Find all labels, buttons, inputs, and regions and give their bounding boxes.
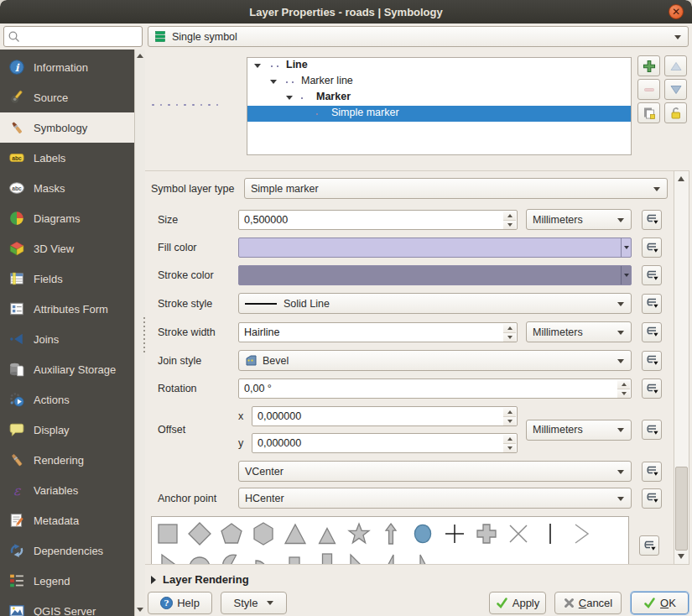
anchor-vertical-combo[interactable]: VCenter	[238, 461, 632, 482]
sidebar-item-joins[interactable]: Joins	[0, 324, 134, 354]
duplicate-symbol-layer-button[interactable]	[637, 102, 660, 123]
sidebar-item-qgis-server[interactable]: QGIS Server	[0, 596, 134, 616]
shape-triangle[interactable]	[279, 519, 311, 549]
stroke-width-input[interactable]: Hairline	[238, 322, 518, 342]
move-down-button[interactable]	[664, 79, 687, 100]
spin-down-icon[interactable]	[503, 417, 516, 425]
shape-equilateral-triangle[interactable]	[311, 519, 343, 549]
shape-third-circle[interactable]	[216, 549, 247, 565]
join-style-override-button[interactable]	[642, 351, 662, 371]
shape-semi-circle[interactable]	[184, 549, 216, 565]
shape-circle-selected[interactable]	[407, 519, 439, 549]
layer-rendering-section[interactable]: Layer Rendering	[151, 573, 249, 586]
shape-diamond[interactable]	[184, 519, 216, 549]
join-style-combo[interactable]: Bevel	[238, 350, 632, 371]
apply-button[interactable]: Apply	[489, 592, 546, 614]
sidebar-item-symbology[interactable]: Symbology	[0, 112, 134, 143]
tree-item-marker[interactable]: Marker	[247, 90, 631, 106]
anchor-horizontal-override-button[interactable]	[642, 488, 662, 509]
stroke-width-override-button[interactable]	[642, 322, 662, 342]
offset-y-input[interactable]: 0,000000	[252, 433, 518, 453]
stroke-color-override-button[interactable]	[642, 265, 662, 285]
shape-cross[interactable]	[439, 519, 471, 549]
sidebar-item-information[interactable]: iInformation	[0, 52, 134, 82]
spin-up-icon[interactable]	[503, 211, 516, 221]
ok-button[interactable]: OK	[631, 592, 689, 614]
sidebar-item-masks[interactable]: abcMasks	[0, 173, 134, 203]
spin-up-icon[interactable]	[503, 408, 516, 417]
tree-item-simple-marker[interactable]: Simple marker	[247, 106, 631, 122]
expand-arrow-icon[interactable]	[254, 64, 261, 68]
sidebar-item-actions[interactable]: Actions	[0, 384, 134, 415]
style-button[interactable]: Style	[221, 592, 287, 614]
shape-right-half-triangle[interactable]	[375, 549, 407, 565]
spin-down-icon[interactable]	[503, 444, 516, 452]
shape-quarter-square[interactable]	[279, 549, 311, 565]
size-input[interactable]: 0,500000	[238, 210, 518, 230]
fill-color-override-button[interactable]	[642, 238, 662, 258]
sidebar-item-fields[interactable]: Fields	[0, 264, 134, 294]
sidebar-item-dependencies[interactable]: Dependencies	[0, 535, 134, 566]
anchor-horizontal-combo[interactable]: HCenter	[238, 488, 632, 509]
shape-quarter-circle[interactable]	[247, 549, 279, 565]
shape-square[interactable]	[152, 519, 184, 549]
cancel-button[interactable]: Cancel	[554, 592, 622, 614]
close-icon[interactable]: ✕	[669, 4, 684, 19]
spin-up-icon[interactable]	[617, 380, 630, 389]
shape-pentagon[interactable]	[216, 519, 247, 549]
expand-arrow-icon[interactable]	[286, 96, 293, 100]
shape-arrow[interactable]	[375, 519, 407, 549]
scroll-down-icon[interactable]	[678, 554, 684, 559]
shape-half-square[interactable]	[311, 549, 343, 565]
scroll-down-icon[interactable]	[137, 608, 143, 612]
lock-color-button[interactable]	[664, 102, 687, 123]
spin-up-icon[interactable]	[503, 324, 516, 333]
search-input[interactable]	[21, 31, 130, 43]
sidebar-item-diagrams[interactable]: Diagrams	[0, 203, 134, 233]
sidebar-item-labels[interactable]: abcLabels	[0, 143, 134, 173]
scrollbar-thumb[interactable]	[675, 467, 688, 551]
move-up-button[interactable]	[664, 55, 687, 76]
stroke-width-unit-combo[interactable]: Millimeters	[526, 321, 632, 342]
anchor-vertical-override-button[interactable]	[642, 462, 662, 482]
spin-down-icon[interactable]	[503, 221, 516, 229]
help-button[interactable]: ? Help	[148, 592, 212, 614]
sidebar-item-variables[interactable]: εVariables	[0, 475, 134, 505]
stroke-style-override-button[interactable]	[642, 294, 662, 314]
fill-color-swatch[interactable]	[238, 238, 632, 258]
tree-item-line[interactable]: Line	[247, 58, 631, 74]
sidebar-item-source[interactable]: Source	[0, 82, 134, 112]
stroke-style-combo[interactable]: Solid Line	[238, 293, 632, 314]
size-override-button[interactable]	[642, 210, 662, 230]
shape-left-half-triangle[interactable]	[407, 549, 439, 565]
spin-down-icon[interactable]	[503, 333, 516, 342]
shape-star[interactable]	[343, 519, 375, 549]
shape-cross2[interactable]	[502, 519, 534, 549]
sidebar-item-rendering[interactable]: Rendering	[0, 445, 134, 475]
sidebar-item-metadata[interactable]: Metadata	[0, 505, 134, 535]
scroll-up-icon[interactable]	[137, 54, 143, 58]
offset-x-input[interactable]: 0,000000	[252, 406, 518, 426]
sidebar-item-legend[interactable]: Legend	[0, 566, 134, 596]
remove-symbol-layer-button[interactable]	[637, 79, 660, 100]
scroll-up-icon[interactable]	[678, 176, 684, 181]
sidebar-item-display[interactable]: Display	[0, 415, 134, 445]
shape-cross-fill[interactable]	[471, 519, 502, 549]
shape-override-button[interactable]	[639, 535, 659, 556]
shape-hexagon[interactable]	[247, 519, 279, 549]
offset-override-button[interactable]	[642, 420, 662, 440]
rotation-override-button[interactable]	[642, 378, 662, 399]
shape-filled-arrowhead[interactable]	[152, 549, 184, 565]
sidebar-item-attributes-form[interactable]: Attributes Form	[0, 294, 134, 324]
symbol-layer-type-combo[interactable]: Simple marker	[244, 178, 668, 199]
size-unit-combo[interactable]: Millimeters	[526, 209, 632, 230]
renderer-combo[interactable]: Single symbol	[148, 26, 689, 47]
add-symbol-layer-button[interactable]	[637, 55, 660, 76]
spin-up-icon[interactable]	[503, 435, 516, 444]
params-scrollbar[interactable]	[674, 170, 689, 565]
shape-arrowhead[interactable]	[566, 519, 598, 549]
sidebar-item-3d-view[interactable]: 3D View	[0, 233, 134, 264]
expand-arrow-icon[interactable]	[270, 80, 277, 84]
offset-unit-combo[interactable]: Millimeters	[526, 420, 632, 441]
tree-item-marker-line[interactable]: Marker line	[247, 74, 631, 90]
